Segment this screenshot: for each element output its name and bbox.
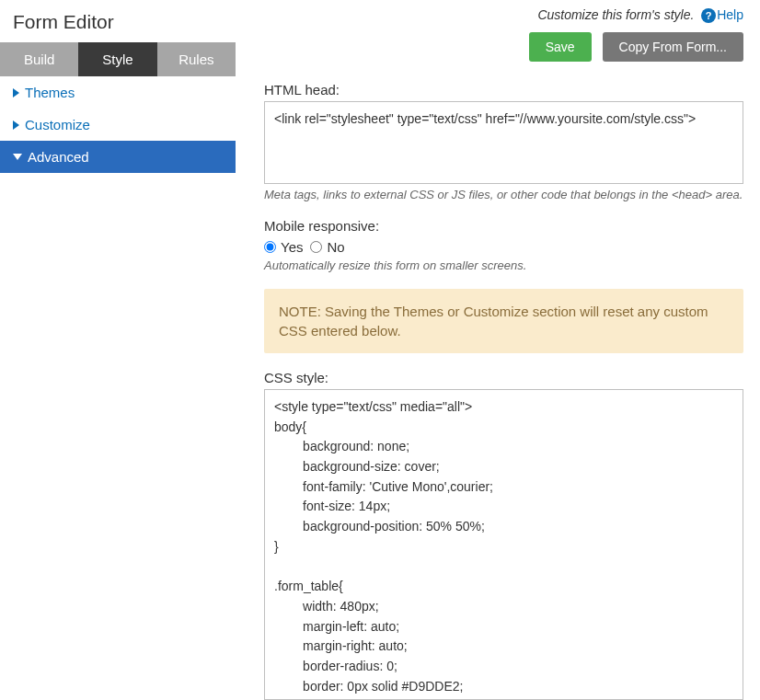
help-label: Help: [717, 7, 743, 22]
note-box: NOTE: Saving the Themes or Customize sec…: [264, 289, 743, 353]
nav-label: Advanced: [28, 149, 89, 165]
css-textarea[interactable]: <style type="text/css" media="all"> body…: [264, 389, 743, 700]
mobile-yes-radio[interactable]: [264, 241, 276, 253]
tab-style[interactable]: Style: [78, 42, 156, 76]
sidebar: Form Editor Build Style Rules Themes Cus…: [0, 0, 236, 700]
sidebar-title: Form Editor: [0, 0, 236, 42]
nav-label: Customize: [25, 117, 90, 132]
chevron-right-icon: [13, 120, 19, 130]
mobile-label: Mobile responsive:: [264, 218, 743, 234]
mobile-radio-group: Yes No: [264, 239, 743, 255]
copy-from-form-button[interactable]: Copy From Form...: [603, 32, 743, 62]
tab-build[interactable]: Build: [0, 42, 78, 76]
html-head-textarea[interactable]: [264, 101, 743, 184]
save-button[interactable]: Save: [529, 32, 592, 62]
mobile-yes-label[interactable]: Yes: [281, 239, 303, 255]
action-bar: Save Copy From Form...: [264, 32, 743, 62]
topbar-text: Customize this form's style.: [537, 7, 694, 22]
nav-item-themes[interactable]: Themes: [0, 76, 236, 109]
tabs: Build Style Rules: [0, 42, 236, 76]
html-head-label: HTML head:: [264, 82, 743, 98]
topbar: Customize this form's style. ?Help: [264, 7, 743, 23]
css-label: CSS style:: [264, 370, 743, 385]
help-link[interactable]: ?Help: [701, 7, 743, 22]
mobile-no-label[interactable]: No: [327, 239, 344, 255]
main-panel: Customize this form's style. ?Help Save …: [236, 0, 760, 700]
mobile-no-radio[interactable]: [310, 241, 322, 253]
nav-label: Themes: [25, 85, 75, 100]
mobile-hint: Automatically resize this form on smalle…: [264, 258, 743, 272]
chevron-down-icon: [13, 154, 22, 160]
nav-item-customize[interactable]: Customize: [0, 109, 236, 141]
sidebar-nav: Themes Customize Advanced: [0, 76, 236, 173]
chevron-right-icon: [13, 88, 19, 98]
html-head-hint: Meta tags, links to external CSS or JS f…: [264, 188, 743, 201]
tab-rules[interactable]: Rules: [157, 42, 236, 76]
nav-item-advanced[interactable]: Advanced: [0, 141, 236, 173]
help-icon: ?: [701, 8, 716, 23]
